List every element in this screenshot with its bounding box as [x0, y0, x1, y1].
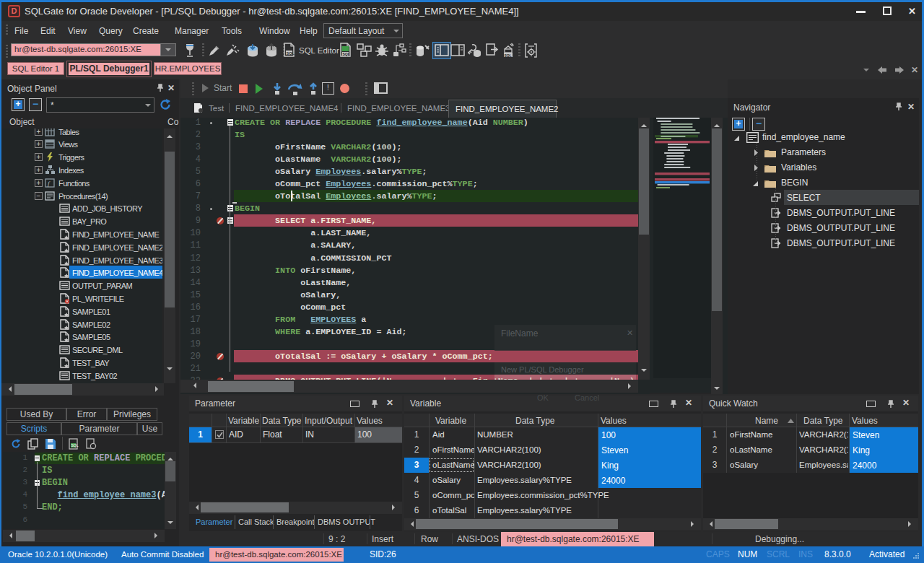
svg-text:SQL: SQL [287, 51, 295, 56]
svg-text:SQL: SQL [505, 53, 512, 58]
svg-text:f: f [48, 180, 51, 187]
svg-text:SQL: SQL [343, 52, 350, 56]
svg-text:SQL: SQL [71, 443, 79, 448]
